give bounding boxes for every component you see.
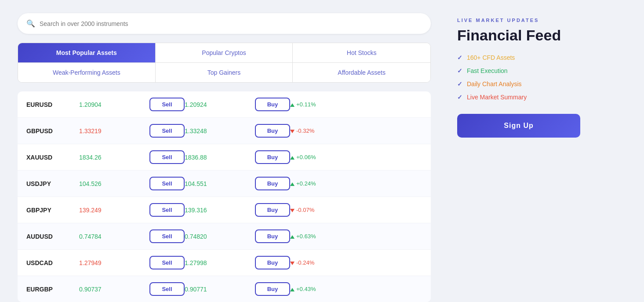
tabs-grid: Most Popular Assets Popular Cryptos Hot … (18, 43, 431, 83)
check-icon: ✓ (457, 54, 462, 61)
table-row: XAUUSD 1834.26 Sell 1836.88 Buy +0.06% (18, 144, 431, 171)
sell-price: 1.20904 (79, 101, 149, 108)
up-arrow-icon (290, 103, 295, 107)
sell-button[interactable]: Sell (149, 203, 185, 217)
feature-list: ✓ 160+ CFD Assets ✓ Fast Execution ✓ Dai… (457, 54, 580, 101)
buy-button[interactable]: Buy (255, 98, 290, 111)
tab-popular-cryptos[interactable]: Popular Cryptos (156, 43, 293, 63)
buy-price: 0.74820 (185, 233, 255, 240)
sell-price: 1.27949 (79, 259, 149, 266)
left-panel: 🔍 Most Popular Assets Popular Cryptos Ho… (18, 13, 431, 302)
change-value: +0.43% (290, 286, 343, 292)
buy-button[interactable]: Buy (255, 177, 290, 190)
feature-text: Live Market Summary (467, 94, 527, 101)
feed-title: Financial Feed (457, 27, 580, 44)
sell-button[interactable]: Sell (149, 124, 185, 138)
asset-name: GBPJPY (26, 207, 79, 214)
sell-price: 0.74784 (79, 233, 149, 240)
check-icon: ✓ (457, 67, 462, 74)
buy-price: 1.20924 (185, 101, 255, 108)
feature-text: Daily Chart Analysis (467, 80, 522, 87)
table-row: USDJPY 104.526 Sell 104.551 Buy +0.24% (18, 171, 431, 197)
up-arrow-icon (290, 182, 295, 186)
buy-price: 104.551 (185, 180, 255, 187)
up-arrow-icon (290, 156, 295, 160)
buy-price: 1836.88 (185, 154, 255, 161)
table-row: USDCAD 1.27949 Sell 1.27998 Buy -0.24% (18, 250, 431, 276)
down-arrow-icon (290, 209, 295, 212)
feature-text: Fast Execution (467, 67, 508, 74)
search-input[interactable] (40, 20, 422, 27)
signup-button[interactable]: Sign Up (457, 114, 580, 138)
sell-button[interactable]: Sell (149, 256, 185, 269)
search-icon: 🔍 (26, 19, 35, 28)
sell-price: 104.526 (79, 180, 149, 187)
buy-price: 139.316 (185, 207, 255, 214)
buy-price: 1.33248 (185, 127, 255, 135)
up-arrow-icon (290, 235, 295, 239)
down-arrow-icon (290, 262, 295, 265)
change-value: +0.24% (290, 180, 343, 187)
buy-button[interactable]: Buy (255, 256, 290, 269)
change-value: -0.24% (290, 259, 343, 266)
table-row: EURUSD 1.20904 Sell 1.20924 Buy +0.11% (18, 91, 431, 118)
asset-name: USDCAD (26, 259, 79, 266)
sell-price: 1834.26 (79, 154, 149, 161)
sell-button[interactable]: Sell (149, 98, 185, 111)
table-row: GBPUSD 1.33219 Sell 1.33248 Buy -0.32% (18, 118, 431, 144)
asset-name: GBPUSD (26, 127, 79, 135)
sell-button[interactable]: Sell (149, 282, 185, 296)
sell-button[interactable]: Sell (149, 177, 185, 190)
check-icon: ✓ (457, 94, 462, 101)
buy-button[interactable]: Buy (255, 150, 290, 164)
asset-name: EURUSD (26, 101, 79, 108)
change-value: +0.06% (290, 154, 343, 160)
asset-name: AUDUSD (26, 233, 79, 240)
buy-button[interactable]: Buy (255, 124, 290, 138)
sell-price: 139.249 (79, 207, 149, 214)
buy-button[interactable]: Buy (255, 282, 290, 296)
feature-item: ✓ Live Market Summary (457, 94, 580, 101)
feature-item: ✓ Daily Chart Analysis (457, 80, 580, 87)
tab-affordable[interactable]: Affordable Assets (293, 63, 430, 82)
sell-price: 1.33219 (79, 127, 149, 135)
feature-item: ✓ 160+ CFD Assets (457, 54, 580, 61)
tab-hot-stocks[interactable]: Hot Stocks (293, 43, 430, 63)
search-bar: 🔍 (18, 13, 431, 34)
main-container: 🔍 Most Popular Assets Popular Cryptos Ho… (18, 13, 626, 302)
change-value: -0.32% (290, 127, 343, 134)
table-row: AUDUSD 0.74784 Sell 0.74820 Buy +0.63% (18, 223, 431, 250)
buy-price: 0.90771 (185, 286, 255, 293)
change-value: +0.63% (290, 233, 343, 240)
asset-name: USDJPY (26, 180, 79, 187)
change-value: -0.07% (290, 207, 343, 213)
check-icon: ✓ (457, 80, 462, 87)
feature-text: 160+ CFD Assets (467, 54, 515, 61)
sell-button[interactable]: Sell (149, 229, 185, 243)
table-row: GBPJPY 139.249 Sell 139.316 Buy -0.07% (18, 197, 431, 223)
assets-table: EURUSD 1.20904 Sell 1.20924 Buy +0.11% G… (18, 91, 431, 302)
change-value: +0.11% (290, 101, 343, 108)
buy-button[interactable]: Buy (255, 203, 290, 217)
tab-top-gainers[interactable]: Top Gainers (156, 63, 293, 82)
buy-price: 1.27998 (185, 259, 255, 266)
down-arrow-icon (290, 130, 295, 133)
tab-weak-performing[interactable]: Weak-Performing Assets (18, 63, 156, 82)
table-row: EURGBP 0.90737 Sell 0.90771 Buy +0.43% (18, 276, 431, 302)
asset-name: XAUUSD (26, 154, 79, 161)
feature-item: ✓ Fast Execution (457, 67, 580, 74)
up-arrow-icon (290, 288, 295, 291)
asset-name: EURGBP (26, 286, 79, 293)
right-panel: LIVE MARKET UPDATES Financial Feed ✓ 160… (457, 13, 580, 302)
tab-most-popular[interactable]: Most Popular Assets (18, 43, 156, 63)
sell-button[interactable]: Sell (149, 150, 185, 164)
sell-price: 0.90737 (79, 286, 149, 293)
live-label: LIVE MARKET UPDATES (457, 18, 580, 23)
buy-button[interactable]: Buy (255, 229, 290, 243)
